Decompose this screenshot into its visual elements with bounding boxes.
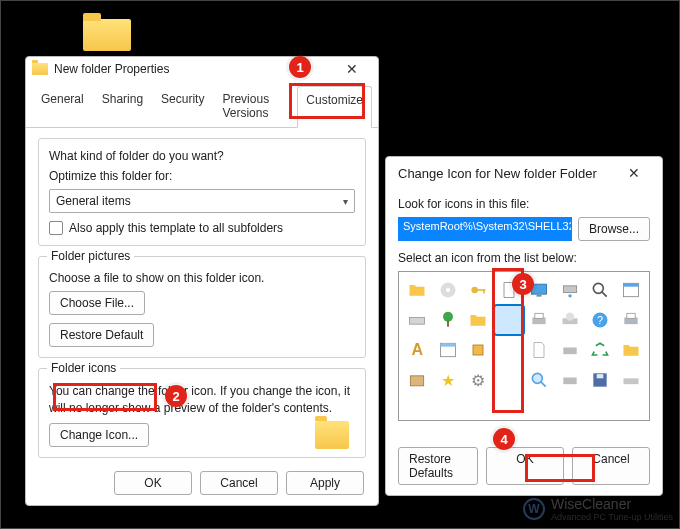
section-folder-icons: Folder icons You can change the folder i… (38, 368, 366, 458)
svg-point-1 (446, 288, 450, 292)
tab-sharing[interactable]: Sharing (93, 85, 152, 127)
restore-defaults-button[interactable]: Restore Defaults (398, 447, 478, 485)
ok-button[interactable]: OK (114, 471, 192, 495)
icon-tree[interactable] (434, 306, 463, 334)
icon-box[interactable] (403, 366, 432, 394)
svg-rect-17 (535, 313, 543, 318)
browse-button[interactable]: Browse... (578, 217, 650, 241)
icon-search2[interactable] (525, 366, 554, 394)
icon-disc-drive[interactable] (617, 366, 646, 394)
icon-folder2[interactable] (617, 336, 646, 364)
properties-dialog-buttons: OK Cancel Apply (114, 471, 364, 495)
optimize-select-value: General items (56, 194, 131, 208)
watermark-logo-icon: W (523, 498, 545, 520)
icon-key[interactable] (464, 276, 493, 304)
section-heading: Folder pictures (47, 249, 134, 263)
icon-fonts[interactable]: A (403, 336, 432, 364)
close-icon[interactable]: ✕ (614, 165, 654, 181)
svg-rect-34 (623, 378, 638, 384)
tab-customize[interactable]: Customize (297, 86, 372, 128)
icon-drive[interactable] (403, 306, 432, 334)
section-heading: Folder icons (47, 361, 120, 375)
svg-rect-15 (447, 321, 449, 327)
restore-default-button[interactable]: Restore Default (49, 323, 154, 347)
svg-rect-5 (532, 284, 547, 294)
icon-floppy[interactable] (586, 366, 615, 394)
choose-file-button[interactable]: Choose File... (49, 291, 145, 315)
change-icon-title: Change Icon for New folder Folder (398, 166, 597, 181)
section-folder-pictures: Folder pictures Choose a file to show on… (38, 256, 366, 358)
properties-dialog: New folder Properties ✕ General Sharing … (25, 56, 379, 506)
change-icon-button[interactable]: Change Icon... (49, 423, 149, 447)
icon-printer3[interactable] (556, 336, 585, 364)
icon-window2[interactable] (434, 336, 463, 364)
svg-rect-25 (440, 343, 455, 346)
icon-file[interactable] (495, 276, 524, 304)
apply-button[interactable]: Apply (286, 471, 364, 495)
icon-chip[interactable] (464, 336, 493, 364)
svg-rect-13 (410, 318, 425, 325)
folder-icons-desc: You can change the folder icon. If you c… (49, 383, 355, 417)
icon-help[interactable]: ? (586, 306, 615, 334)
ok-button[interactable]: OK (486, 447, 564, 485)
watermark: W WiseCleaner Advanced PC Tune-up Utilit… (523, 496, 673, 522)
icon-blank-selected[interactable] (495, 306, 524, 334)
cancel-button[interactable]: Cancel (572, 447, 650, 485)
apply-subfolders-checkbox[interactable] (49, 221, 63, 235)
icon-list[interactable]: ? A ★ ⚙ (398, 271, 650, 421)
icon-drive-disc[interactable] (556, 306, 585, 334)
tab-general[interactable]: General (32, 85, 93, 127)
icon-drive-net[interactable] (556, 276, 585, 304)
optimize-select[interactable]: General items ▾ (49, 189, 355, 213)
svg-rect-27 (563, 348, 576, 355)
watermark-subtitle: Advanced PC Tune-up Utilities (551, 512, 673, 522)
svg-point-19 (566, 313, 574, 321)
tab-previous-versions[interactable]: Previous Versions (213, 85, 297, 127)
optimize-label: Optimize this folder for: (49, 169, 355, 183)
select-icon-label: Select an icon from the list below: (398, 251, 650, 265)
properties-titlebar: New folder Properties ✕ (26, 57, 378, 81)
change-icon-titlebar: Change Icon for New folder Folder ✕ (386, 157, 662, 189)
svg-line-10 (602, 292, 607, 297)
svg-text:?: ? (597, 314, 603, 326)
tab-security[interactable]: Security (152, 85, 213, 127)
change-icon-dialog: Change Icon for New folder Folder ✕ Look… (385, 156, 663, 496)
icon-folder[interactable] (403, 276, 432, 304)
folder-icon (83, 19, 131, 51)
icon-blank[interactable] (495, 336, 524, 364)
icon-search[interactable] (586, 276, 615, 304)
icon-monitor[interactable] (525, 276, 554, 304)
icon-disc[interactable] (434, 276, 463, 304)
svg-point-14 (443, 312, 453, 322)
icon-star[interactable]: ★ (434, 366, 463, 394)
folder-icon (32, 63, 48, 75)
svg-rect-23 (627, 313, 635, 318)
svg-rect-6 (537, 295, 542, 297)
icon-folder-yellow[interactable] (464, 306, 493, 334)
icon-gear[interactable]: ⚙ (464, 366, 493, 394)
cancel-button[interactable]: Cancel (200, 471, 278, 495)
close-icon[interactable]: ✕ (332, 61, 372, 77)
svg-rect-33 (597, 374, 604, 378)
chevron-down-icon: ▾ (343, 196, 348, 207)
svg-point-2 (472, 287, 479, 294)
svg-rect-4 (483, 289, 485, 293)
icon-doc[interactable] (525, 336, 554, 364)
svg-point-8 (568, 294, 571, 297)
section-heading: What kind of folder do you want? (49, 149, 355, 163)
svg-rect-7 (563, 286, 576, 293)
desktop-folder-icon[interactable] (83, 13, 131, 51)
svg-line-30 (541, 382, 546, 387)
svg-rect-26 (473, 345, 483, 355)
icon-file-path-input[interactable]: SystemRoot%\System32\SHELL32.dll (398, 217, 572, 241)
icon-printer4[interactable] (556, 366, 585, 394)
folder-pictures-desc: Choose a file to show on this folder ico… (49, 271, 355, 285)
icon-printer[interactable] (525, 306, 554, 334)
properties-title: New folder Properties (54, 62, 169, 76)
icon-blank2[interactable] (495, 366, 524, 394)
look-for-icons-label: Look for icons in this file: (398, 197, 650, 211)
icon-printer2[interactable] (617, 306, 646, 334)
watermark-brand: WiseCleaner (551, 496, 673, 512)
icon-window[interactable] (617, 276, 646, 304)
icon-recycle[interactable] (586, 336, 615, 364)
